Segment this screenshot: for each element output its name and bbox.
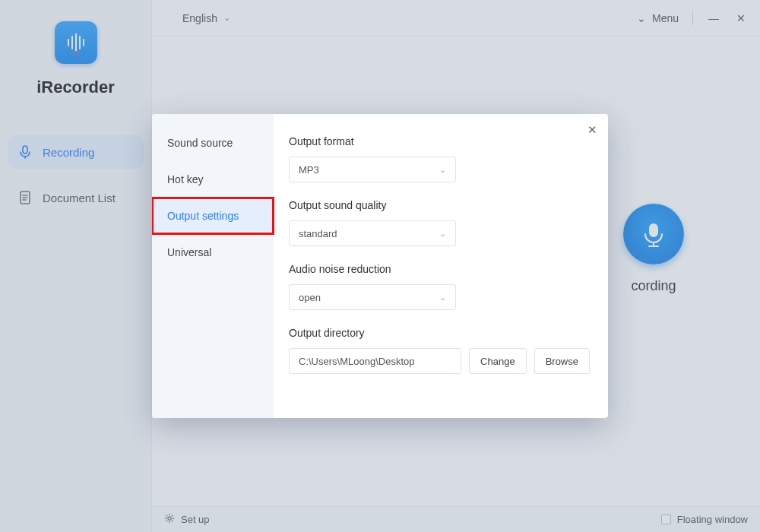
settings-modal: Sound source Hot key Output settings Uni… (152, 114, 608, 418)
microphone-icon (18, 145, 32, 159)
svg-rect-12 (649, 223, 658, 237)
sidebar-item-recording[interactable]: Recording (8, 135, 144, 169)
sidebar-item-document-list[interactable]: Document List (8, 181, 144, 214)
tab-label: Universal (167, 246, 211, 258)
settings-modal-body: ✕ Output format MP3 ⌄ Output sound quali… (274, 114, 608, 418)
separator (692, 11, 693, 25)
chevron-down-icon: ⌄ (439, 165, 446, 175)
menu-dropdown[interactable]: ⌄ Menu (637, 12, 679, 24)
setup-button[interactable]: Set up (164, 513, 210, 526)
tab-label: Sound source (167, 137, 233, 149)
floating-window-toggle[interactable]: Floating window (661, 514, 748, 525)
tab-label: Output settings (167, 210, 239, 222)
output-directory-value: C:\Users\MLoong\Desktop (299, 356, 414, 367)
output-quality-select[interactable]: standard ⌄ (289, 220, 456, 246)
select-value: open (299, 292, 321, 303)
modal-close-button[interactable]: ✕ (587, 123, 597, 137)
sidebar-item-label: Recording (43, 146, 94, 159)
bottombar: Set up Floating window (152, 506, 760, 532)
output-format-select[interactable]: MP3 ⌄ (289, 157, 456, 182)
output-quality-label: Output sound quality (289, 199, 590, 211)
topbar: English ⌄ ⌄ Menu — ✕ (152, 0, 760, 36)
waveform-icon (63, 30, 89, 55)
chevron-down-icon: ⌄ (439, 229, 446, 239)
browse-button[interactable]: Browse (534, 348, 590, 374)
tab-hot-key[interactable]: Hot key (152, 161, 274, 198)
start-recording-button[interactable] (623, 204, 684, 264)
tab-sound-source[interactable]: Sound source (152, 125, 274, 161)
noise-reduction-label: Audio noise reduction (289, 263, 590, 275)
start-recording-label: cording (623, 278, 684, 294)
noise-reduction-select[interactable]: open ⌄ (289, 284, 456, 310)
checkbox-icon (661, 515, 671, 524)
select-value: MP3 (299, 164, 319, 176)
app-name: iRecorder (0, 78, 151, 97)
chevron-down-icon: ⌄ (223, 13, 230, 23)
settings-modal-sidebar: Sound source Hot key Output settings Uni… (152, 114, 274, 418)
output-directory-label: Output directory (289, 327, 590, 339)
select-value: standard (299, 228, 337, 239)
tab-universal[interactable]: Universal (152, 234, 274, 271)
svg-point-15 (168, 517, 171, 520)
microphone-icon (638, 219, 669, 249)
button-label: Browse (546, 356, 578, 367)
tab-output-settings[interactable]: Output settings (152, 198, 274, 234)
setup-label: Set up (181, 514, 210, 525)
chevron-down-icon: ⌄ (439, 293, 446, 302)
tab-label: Hot key (167, 173, 203, 185)
document-icon (18, 191, 32, 204)
output-format-label: Output format (289, 135, 590, 147)
minimize-button[interactable]: — (707, 12, 720, 24)
gear-icon (164, 513, 175, 526)
close-button[interactable]: ✕ (734, 12, 748, 24)
app-logo (55, 21, 97, 64)
floating-window-label: Floating window (677, 514, 748, 525)
output-directory-input[interactable]: C:\Users\MLoong\Desktop (289, 348, 461, 374)
svg-point-5 (74, 51, 78, 54)
button-label: Change (480, 356, 515, 367)
sidebar-item-label: Document List (43, 192, 116, 204)
language-label: English (182, 12, 217, 24)
sidebar: iRecorder Recording Document List (0, 0, 152, 532)
menu-label: Menu (652, 12, 679, 24)
change-button[interactable]: Change (469, 348, 527, 374)
language-selector[interactable]: English ⌄ (182, 12, 230, 24)
chevron-down-icon: ⌄ (637, 12, 646, 24)
svg-rect-6 (23, 146, 27, 154)
